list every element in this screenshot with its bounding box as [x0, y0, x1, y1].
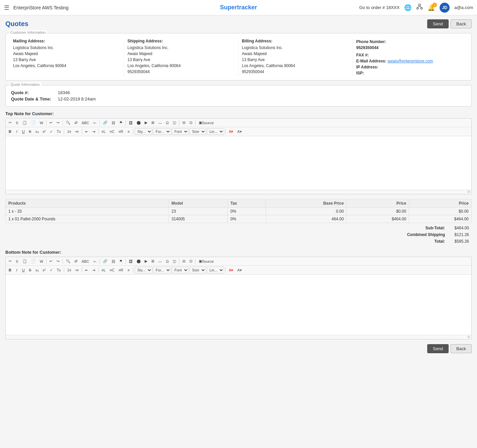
top-note-editor-area[interactable]	[6, 136, 471, 190]
b-decrease-indent-btn[interactable]: ⇤	[84, 267, 90, 273]
source-btn[interactable]: ▣ Source	[197, 120, 215, 126]
b-paste-btn[interactable]: 📋	[21, 258, 29, 264]
ordered-list-btn[interactable]: 1≡	[65, 129, 73, 135]
remove-format-btn[interactable]: Tx	[55, 129, 62, 135]
b-table-btn[interactable]: ⊞	[150, 258, 156, 264]
link-btn[interactable]: 🔗	[101, 120, 109, 126]
b-underline-btn[interactable]: U	[20, 267, 26, 273]
b-special-char-btn[interactable]: Ω	[164, 258, 170, 264]
checkmark-btn[interactable]: ✓	[48, 129, 54, 135]
b-iframe-btn[interactable]: ◫	[171, 258, 178, 264]
find-btn[interactable]: 🔍	[64, 120, 72, 126]
spellcheck-btn[interactable]: ABC	[80, 120, 91, 126]
notification-icon[interactable]: 🔔 1	[428, 4, 435, 11]
copy-btn[interactable]: ⎘	[14, 120, 20, 126]
b-link-btn[interactable]: 🔗	[101, 258, 109, 264]
table-btn[interactable]: ⊞	[150, 120, 156, 126]
align-right-btn[interactable]: ≡R	[117, 129, 125, 135]
b-font-color-btn[interactable]: A▾	[227, 267, 235, 273]
paste-plain-btn[interactable]: 📄	[29, 120, 37, 126]
special-char-btn[interactable]: Ω	[164, 120, 170, 126]
b-format-dropdown[interactable]: For...	[153, 267, 171, 273]
b-page-break-btn[interactable]: ⊟	[181, 258, 187, 264]
b-resize-handle-icon[interactable]: ⟱	[467, 335, 471, 339]
increase-indent-btn[interactable]: ⇥	[91, 129, 97, 135]
resize-handle-icon[interactable]: ⟱	[467, 190, 471, 194]
b-paste-plain-btn[interactable]: 📄	[29, 258, 37, 264]
anchor-btn[interactable]: ⚑	[118, 120, 124, 126]
scayt-btn[interactable]: ≈-	[92, 120, 98, 126]
font-color-btn[interactable]: A▾	[227, 129, 235, 135]
b-copy-btn[interactable]: ⎘	[14, 258, 20, 264]
subscript-btn[interactable]: x₂	[34, 129, 40, 135]
top-back-button[interactable]: Back	[451, 19, 472, 28]
avatar[interactable]: JD	[440, 3, 450, 13]
b-redo-btn[interactable]: ↪	[55, 258, 61, 264]
paste-btn[interactable]: 📋	[21, 120, 29, 126]
b-paste-word-btn[interactable]: W	[38, 258, 45, 264]
menu-icon[interactable]: ☰	[4, 4, 9, 11]
b-scayt-btn[interactable]: ≈-	[92, 258, 98, 264]
b-font-dropdown[interactable]: Font	[172, 267, 189, 273]
globe-icon[interactable]: 🌐	[404, 4, 412, 11]
b-align-center-btn[interactable]: ≡C	[108, 267, 116, 273]
b-style-dropdown[interactable]: Sty...	[135, 267, 152, 273]
b-find-btn[interactable]: 🔍	[64, 258, 72, 264]
superscript-btn[interactable]: x²	[41, 129, 47, 135]
size-dropdown[interactable]: Size	[189, 128, 206, 135]
hline-btn[interactable]: —	[157, 120, 164, 126]
b-bold-btn[interactable]: B	[7, 267, 13, 273]
unordered-list-btn[interactable]: •≡	[73, 129, 80, 135]
align-left-btn[interactable]: ≡L	[100, 129, 108, 135]
b-checkmark-btn[interactable]: ✓	[48, 267, 54, 273]
b-increase-indent-btn[interactable]: ⇥	[91, 267, 97, 273]
b-bg-color-btn[interactable]: A▾	[235, 267, 243, 273]
b-strikethrough-btn[interactable]: S	[27, 267, 33, 273]
b-image-btn[interactable]: 🖼	[127, 258, 134, 264]
order-link[interactable]: Go to order # 18XXX	[359, 5, 400, 10]
align-justify-btn[interactable]: ≡	[126, 129, 132, 135]
b-undo-btn[interactable]: ↩	[48, 258, 54, 264]
redo-btn[interactable]: ↪	[55, 120, 61, 126]
line-height-dropdown[interactable]: Lin...	[207, 128, 224, 135]
flash-btn[interactable]: ⬤	[135, 120, 142, 126]
page-break-btn[interactable]: ⊟	[181, 120, 187, 126]
b-size-dropdown[interactable]: Size	[189, 267, 206, 273]
footer-back-button[interactable]: Back	[451, 344, 472, 353]
b-subscript-btn[interactable]: x₂	[34, 267, 40, 273]
b-video-btn[interactable]: ▶	[143, 258, 149, 264]
cut-btn[interactable]: ✂	[7, 120, 13, 126]
undo-btn[interactable]: ↩	[48, 120, 54, 126]
strikethrough-btn[interactable]: S	[27, 129, 33, 135]
underline-btn[interactable]: U	[20, 129, 26, 135]
italic-btn[interactable]: I	[14, 129, 20, 135]
b-anchor-btn[interactable]: ⚑	[118, 258, 124, 264]
decrease-indent-btn[interactable]: ⇤	[84, 129, 90, 135]
b-italic-btn[interactable]: I	[14, 267, 20, 273]
b-superscript-btn[interactable]: x²	[41, 267, 47, 273]
email-link[interactable]: awais@enterpristore.com	[387, 59, 433, 63]
align-center-btn[interactable]: ≡C	[108, 129, 116, 135]
b-source-btn[interactable]: ▣ Source	[197, 258, 215, 264]
templates-btn[interactable]: ⊡	[188, 120, 194, 126]
b-templates-btn[interactable]: ⊡	[188, 258, 194, 264]
b-hline-btn[interactable]: —	[157, 258, 164, 264]
b-spellcheck-btn[interactable]: ABC	[80, 258, 91, 264]
b-replace-btn[interactable]: ⇄	[73, 258, 79, 264]
image-btn[interactable]: 🖼	[127, 120, 134, 126]
iframe-btn[interactable]: ◫	[171, 120, 178, 126]
style-dropdown[interactable]: Sty...	[135, 128, 152, 135]
b-cut-btn[interactable]: ✂	[7, 258, 13, 264]
b-line-height-dropdown[interactable]: Lin...	[207, 267, 224, 273]
b-remove-format-btn[interactable]: Tx	[55, 267, 62, 273]
bold-btn[interactable]: B	[7, 129, 13, 135]
bottom-note-editor-area[interactable]	[6, 275, 471, 335]
b-flash-btn[interactable]: ⬤	[135, 258, 142, 264]
b-unlink-btn[interactable]: ⛓	[110, 258, 117, 264]
format-dropdown[interactable]: For...	[153, 128, 171, 135]
bg-color-btn[interactable]: A▾	[235, 129, 243, 135]
b-align-justify-btn[interactable]: ≡	[126, 267, 132, 273]
video-btn[interactable]: ▶	[143, 120, 149, 126]
top-send-button[interactable]: Send	[427, 19, 449, 28]
paste-word-btn[interactable]: W	[38, 120, 45, 126]
